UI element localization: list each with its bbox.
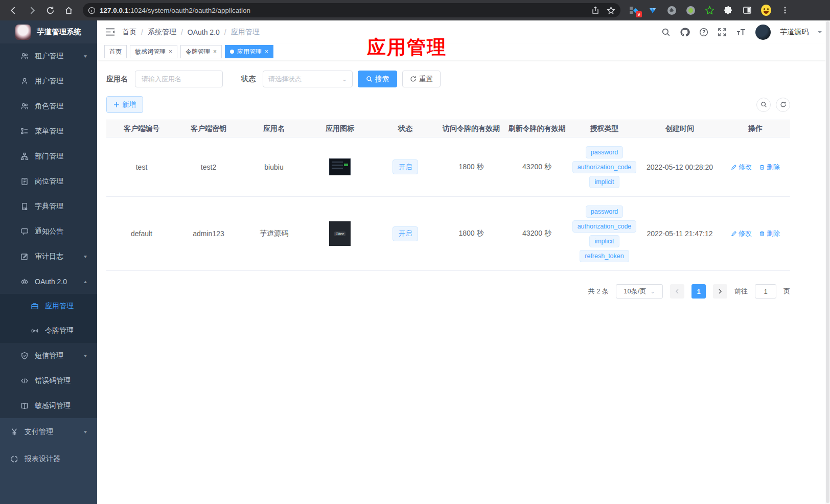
close-icon[interactable]: × <box>213 48 217 55</box>
app-name-input[interactable] <box>135 71 223 87</box>
user-menu-caret-icon[interactable] <box>818 31 822 35</box>
status-select[interactable]: 请选择状态 ⌄ <box>263 71 353 87</box>
extension-bar: 9 <box>629 5 790 15</box>
sidebar-item-report-designer[interactable]: 报表设计器 <box>0 445 97 472</box>
share-icon[interactable] <box>591 6 600 14</box>
add-button[interactable]: 新增 <box>106 96 143 113</box>
col-refresh-ttl: 刷新令牌的有效期 <box>504 120 570 138</box>
pagination: 共 2 条 10条/页 ⌄ 1 前往 页 <box>106 284 790 299</box>
extension-green-star-icon[interactable] <box>704 5 714 15</box>
edit-button[interactable]: 修改 <box>731 163 752 172</box>
delete-button[interactable]: 删除 <box>759 163 780 172</box>
refresh-table-button[interactable] <box>776 98 790 112</box>
sidebar-item-role[interactable]: 角色管理 <box>0 94 97 119</box>
role-icon <box>20 102 29 110</box>
user-icon <box>20 77 29 85</box>
logo-row[interactable]: 芋道管理系统 <box>0 20 97 43</box>
scrollbar[interactable] <box>825 20 830 504</box>
sidebar-item-post[interactable]: 岗位管理 <box>0 169 97 194</box>
bookmark-star-icon[interactable] <box>607 6 615 15</box>
tags-view-bar: 首页 敏感词管理× 令牌管理× 应用管理× <box>97 43 830 60</box>
help-icon[interactable] <box>699 28 708 37</box>
goto-page-input[interactable] <box>755 284 776 299</box>
url-bar[interactable]: 127.0.0.1:1024/system/oauth2/oauth2/appl… <box>83 3 620 17</box>
username[interactable]: 芋道源码 <box>780 28 809 37</box>
next-page-button[interactable] <box>713 284 727 299</box>
fullscreen-icon[interactable] <box>718 28 727 37</box>
breadcrumb-oauth[interactable]: OAuth 2.0 <box>188 28 220 36</box>
tab-sensitive-word[interactable]: 敏感词管理× <box>130 45 177 58</box>
close-icon[interactable]: × <box>169 48 172 55</box>
sidebar-item-oauth-token[interactable]: 令牌管理 <box>0 318 97 343</box>
browser-back-icon[interactable] <box>6 3 20 17</box>
browser-menu-icon[interactable] <box>780 5 790 15</box>
col-actions: 操作 <box>721 120 790 138</box>
goto-label: 前往 <box>734 287 748 296</box>
search-icon <box>760 101 767 108</box>
col-client-id: 客户端编号 <box>106 120 177 138</box>
table-header-row: 客户端编号 客户端密钥 应用名 应用图标 状态 访问令牌的有效期 刷新令牌的有效… <box>106 120 790 138</box>
top-navbar: 首页 / 系统管理 / OAuth 2.0 / 应用管理 芋道源码 <box>97 20 830 43</box>
sidebar-item-notice[interactable]: 通知公告 <box>0 219 97 244</box>
page-unit-label: 页 <box>783 287 790 296</box>
trash-icon <box>759 231 765 237</box>
active-tab-dot <box>230 50 234 54</box>
status-label: 状态 <box>241 75 256 84</box>
sidebar-item-user[interactable]: 用户管理 <box>0 68 97 94</box>
dictionary-icon <box>20 202 29 211</box>
extension-gem-icon[interactable] <box>648 5 658 15</box>
extension-badge: 9 <box>636 11 642 17</box>
sidebar-item-dept[interactable]: 部门管理 <box>0 144 97 169</box>
breadcrumb-system[interactable]: 系统管理 <box>148 28 176 37</box>
header-search-icon[interactable] <box>661 28 671 37</box>
chevron-down-icon: ▾ <box>84 353 87 358</box>
user-avatar[interactable] <box>755 25 771 40</box>
github-icon[interactable] <box>680 27 690 37</box>
chevron-down-icon: ▾ <box>84 429 87 434</box>
sidebar-item-tenant[interactable]: 租户管理 ▾ <box>0 43 97 68</box>
breadcrumb-home[interactable]: 首页 <box>122 28 136 37</box>
tab-application[interactable]: 应用管理× <box>225 45 273 58</box>
browser-home-icon[interactable] <box>61 3 76 17</box>
sidebar-item-sensitive-word[interactable]: 敏感词管理 <box>0 393 97 418</box>
prev-page-button[interactable] <box>670 284 684 299</box>
sidebar-item-oauth-application[interactable]: 应用管理 <box>0 294 97 318</box>
sidebar-collapse-icon[interactable] <box>105 28 115 36</box>
reset-button[interactable]: 重置 <box>402 71 441 87</box>
grant-type-tag: refresh_token <box>580 250 629 262</box>
sidebar-menu: 租户管理 ▾ 用户管理 角色管理 菜单管理 部门管理 岗位管理 <box>0 43 97 504</box>
shield-check-icon <box>20 352 29 360</box>
split-view-icon[interactable] <box>742 5 752 15</box>
extension-record-icon[interactable] <box>685 5 696 15</box>
tab-token[interactable]: 令牌管理× <box>180 45 222 58</box>
extension-command-icon[interactable] <box>666 5 677 15</box>
current-page-button[interactable]: 1 <box>691 284 706 299</box>
sidebar-item-audit-log[interactable]: 审计日志 ▾ <box>0 244 97 269</box>
site-info-icon[interactable] <box>88 7 96 14</box>
browser-reload-icon[interactable] <box>43 3 57 17</box>
breadcrumb-separator: / <box>224 28 226 36</box>
sidebar-item-pay[interactable]: 支付管理 ▾ <box>0 418 97 445</box>
browser-forward-icon[interactable] <box>25 3 39 17</box>
sidebar-item-sms[interactable]: 短信管理 ▾ <box>0 343 97 368</box>
extensions-puzzle-icon[interactable] <box>723 5 733 15</box>
col-access-ttl: 访问令牌的有效期 <box>439 120 504 138</box>
sidebar-item-oauth[interactable]: OAuth 2.0 ▴ <box>0 269 97 294</box>
applications-table: 客户端编号 客户端密钥 应用名 应用图标 状态 访问令牌的有效期 刷新令牌的有效… <box>106 120 790 271</box>
sidebar-item-error-code[interactable]: 错误码管理 <box>0 368 97 393</box>
profile-avatar-icon[interactable] <box>761 5 771 15</box>
tab-home[interactable]: 首页 <box>104 45 127 58</box>
page-size-select[interactable]: 10条/页 ⌄ <box>616 284 663 299</box>
show-search-toggle-button[interactable] <box>756 98 771 112</box>
extension-grid-icon[interactable]: 9 <box>629 5 639 15</box>
sidebar-item-menu[interactable]: 菜单管理 <box>0 119 97 144</box>
delete-button[interactable]: 删除 <box>759 229 780 238</box>
search-icon <box>366 76 373 82</box>
sidebar-item-dict[interactable]: 字典管理 <box>0 194 97 219</box>
refresh-icon <box>410 76 417 82</box>
search-button[interactable]: 搜索 <box>358 71 397 87</box>
chevron-down-icon: ⌄ <box>650 288 655 295</box>
font-size-icon[interactable] <box>736 28 746 36</box>
edit-button[interactable]: 修改 <box>731 229 752 238</box>
close-icon[interactable]: × <box>265 48 268 55</box>
